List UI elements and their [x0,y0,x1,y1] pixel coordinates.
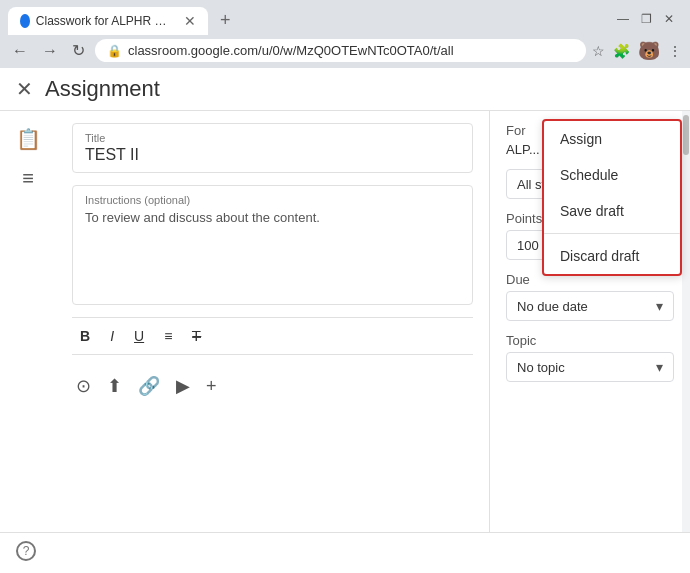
title-label: Title [85,132,460,144]
help-button[interactable]: ? [16,541,36,561]
strikethrough-icon: T̶ [192,328,201,344]
topic-section: Topic No topic ▾ [506,333,674,382]
italic-button[interactable]: I [106,326,118,346]
points-value: 100 [517,238,539,253]
url-text: classroom.google.com/u/0/w/MzQ0OTEwNTc0O… [128,43,574,58]
assign-menu-item[interactable]: Assign [544,121,680,157]
address-actions: ☆ 🧩 🐻 ⋮ [592,40,682,62]
maximize-button[interactable]: ❐ [641,12,652,26]
due-section: Due No due date ▾ [506,272,674,321]
instructions-field-group[interactable]: Instructions (optional) To review and di… [72,185,473,305]
content-area: Title TEST II Instructions (optional) To… [56,111,490,532]
schedule-menu-item[interactable]: Schedule [544,157,680,193]
minimize-button[interactable]: — [617,12,629,26]
address-bar-row: ← → ↻ 🔒 classroom.google.com/u/0/w/MzQ0O… [0,35,690,68]
save-draft-menu-item[interactable]: Save draft [544,193,680,229]
right-panel: Assign Schedule Save draft Discard draft… [490,111,690,532]
link-button[interactable]: 🔗 [138,375,160,397]
right-scrollbar[interactable] [682,111,690,532]
youtube-button[interactable]: ▶ [176,375,190,397]
menu-divider [544,233,680,234]
due-arrow-icon: ▾ [656,298,663,314]
page: ✕ Assignment 📋 ≡ Title TEST II Instructi… [0,68,690,569]
drive-attach-button[interactable]: ⊙ [76,375,91,397]
active-tab[interactable]: Classwork for ALPHR CLASS SAM... ✕ [8,7,208,35]
discard-draft-menu-item[interactable]: Discard draft [544,238,680,274]
main-layout: 📋 ≡ Title TEST II Instructions (optional… [0,111,690,532]
tab-title: Classwork for ALPHR CLASS SAM... [36,14,174,28]
topic-arrow-icon: ▾ [656,359,663,375]
due-value: No due date [517,299,588,314]
menu-icon[interactable]: ⋮ [668,43,682,59]
close-assignment-button[interactable]: ✕ [16,77,33,101]
formatting-toolbar: B I U ≡ T̶ [72,317,473,355]
address-bar[interactable]: 🔒 classroom.google.com/u/0/w/MzQ0OTEwNTc… [95,39,586,62]
assignment-icon: 📋 [16,127,41,151]
profile-icon[interactable]: 🐻 [638,40,660,62]
reload-button[interactable]: ↻ [68,39,89,62]
tab-favicon [20,14,30,28]
lock-icon: 🔒 [107,44,122,58]
page-title: Assignment [45,76,160,102]
top-bar: ✕ Assignment [0,68,690,111]
action-dropdown-menu[interactable]: Assign Schedule Save draft Discard draft [542,119,682,276]
details-icon: ≡ [22,167,34,190]
new-tab-button[interactable]: + [212,6,239,35]
bottom-bar: ? [0,532,690,569]
title-value[interactable]: TEST II [85,146,460,164]
forward-button[interactable]: → [38,40,62,62]
browser-chrome: Classwork for ALPHR CLASS SAM... ✕ + — ❐… [0,0,690,68]
window-controls: — ❐ ✕ [617,12,682,30]
instructions-text[interactable]: To review and discuss about the content. [85,210,460,225]
bookmark-icon[interactable]: ☆ [592,43,605,59]
left-icon-bar: 📋 ≡ [0,111,56,532]
underline-button[interactable]: U [130,326,148,346]
strikethrough-button[interactable]: T̶ [188,326,205,346]
bold-button[interactable]: B [76,326,94,346]
extensions-icon[interactable]: 🧩 [613,43,630,59]
window-close-button[interactable]: ✕ [664,12,674,26]
instructions-label: Instructions (optional) [85,194,460,206]
scrollbar-thumb [683,115,689,155]
title-field-group[interactable]: Title TEST II [72,123,473,173]
add-button[interactable]: + [206,376,217,397]
topic-value: No topic [517,360,565,375]
due-dropdown[interactable]: No due date ▾ [506,291,674,321]
tab-bar: Classwork for ALPHR CLASS SAM... ✕ + — ❐… [0,0,690,35]
tab-close-button[interactable]: ✕ [184,13,196,29]
back-button[interactable]: ← [8,40,32,62]
attachments-bar: ⊙ ⬆ 🔗 ▶ + [72,367,473,405]
topic-dropdown[interactable]: No topic ▾ [506,352,674,382]
list-button[interactable]: ≡ [160,326,176,346]
topic-label: Topic [506,333,674,348]
upload-button[interactable]: ⬆ [107,375,122,397]
